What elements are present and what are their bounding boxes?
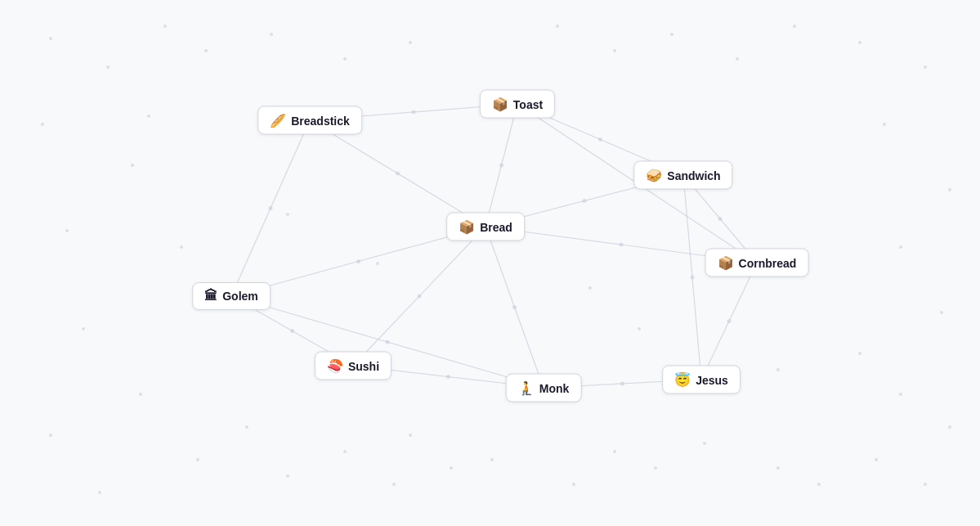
toast-icon: 📦 (492, 97, 508, 112)
svg-point-11 (620, 243, 624, 247)
bread-label: Bread (480, 220, 512, 233)
monk-label: Monk (539, 381, 570, 394)
svg-point-23 (290, 329, 294, 333)
sushi-icon: 🍣 (327, 358, 343, 374)
svg-point-35 (386, 340, 390, 344)
node-golem[interactable]: 🏛Golem (192, 282, 271, 310)
svg-point-15 (418, 294, 422, 299)
node-toast[interactable]: 📦Toast (480, 90, 555, 119)
svg-point-17 (512, 305, 517, 309)
jesus-icon: 😇 (674, 372, 691, 388)
toast-label: Toast (513, 97, 543, 110)
breadstick-icon: 🥖 (270, 113, 286, 128)
sandwich-label: Sandwich (667, 169, 720, 182)
node-cornbread[interactable]: 📦Cornbread (705, 249, 809, 277)
node-sandwich[interactable]: 🥪Sandwich (633, 161, 732, 190)
svg-point-25 (446, 375, 450, 379)
golem-label: Golem (222, 290, 258, 303)
svg-point-29 (269, 206, 273, 210)
node-sushi[interactable]: 🍣Sushi (315, 352, 392, 380)
svg-point-33 (691, 276, 695, 280)
node-breadstick[interactable]: 🥖Breadstick (257, 106, 362, 135)
sandwich-icon: 🥪 (646, 168, 662, 183)
svg-point-19 (718, 217, 723, 221)
svg-point-21 (727, 319, 732, 323)
svg-point-5 (499, 164, 503, 168)
cornbread-icon: 📦 (718, 255, 734, 271)
graph-svg (0, 0, 980, 526)
svg-point-3 (412, 110, 416, 115)
breadstick-label: Breadstick (291, 114, 350, 127)
bread-icon: 📦 (459, 219, 475, 235)
jesus-label: Jesus (696, 373, 728, 386)
svg-point-27 (620, 382, 624, 386)
node-jesus[interactable]: 😇Jesus (662, 366, 741, 394)
node-bread[interactable]: 📦Bread (446, 213, 525, 241)
svg-point-13 (356, 259, 360, 263)
sushi-label: Sushi (348, 359, 379, 372)
golem-icon: 🏛 (204, 289, 217, 303)
svg-point-7 (598, 137, 602, 142)
node-monk[interactable]: 🧎Monk (506, 374, 582, 402)
monk-icon: 🧎 (518, 380, 535, 396)
cornbread-label: Cornbread (739, 256, 797, 269)
svg-point-9 (583, 199, 587, 203)
svg-point-1 (396, 172, 400, 176)
